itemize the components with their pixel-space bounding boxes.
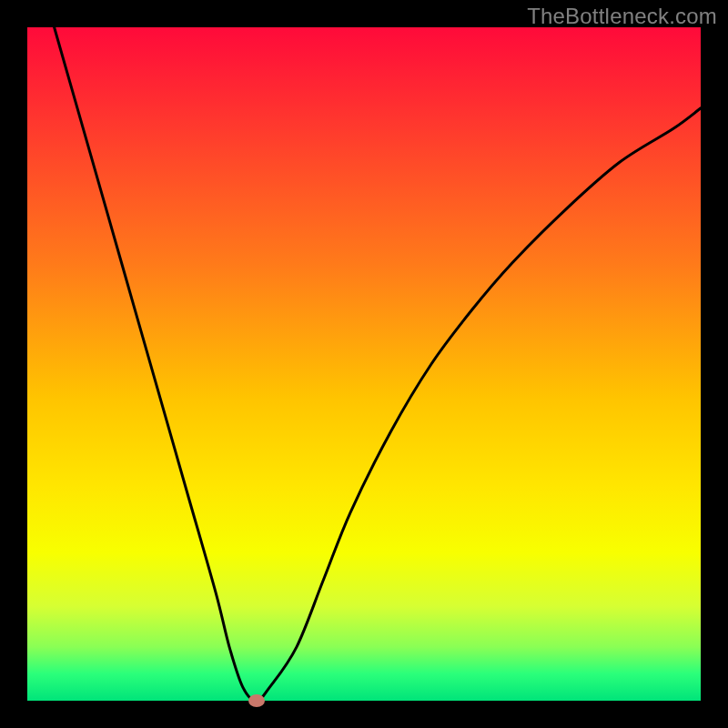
- bottleneck-curve: [55, 27, 701, 701]
- curve-svg: [27, 27, 701, 701]
- watermark-text: TheBottleneck.com: [527, 4, 717, 29]
- minimum-marker: [248, 694, 265, 707]
- chart-frame: TheBottleneck.com: [0, 0, 728, 728]
- plot-area: [27, 27, 701, 701]
